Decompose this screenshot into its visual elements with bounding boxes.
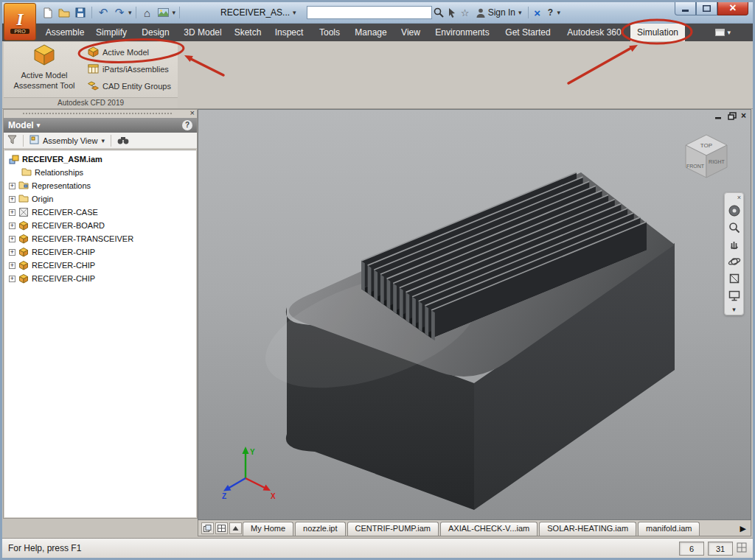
- look-at-icon[interactable]: [728, 272, 741, 285]
- view-selector-dropdown-icon[interactable]: ▾: [101, 137, 105, 144]
- tree-item-receiver-chip-1[interactable]: + RECEIVER-CHIP: [4, 245, 196, 259]
- expand-icon[interactable]: +: [9, 196, 15, 203]
- ribbon-tab-bar: Assemble Simplify Design 3D Model Sketch…: [2, 24, 753, 41]
- doc-tab-my-home[interactable]: My Home: [243, 522, 293, 536]
- arrange-windows-icon[interactable]: [201, 522, 214, 534]
- select-tool-icon[interactable]: [445, 6, 459, 19]
- ribbon-tab-tools[interactable]: Tools: [312, 24, 347, 41]
- view-cube[interactable]: TOP FRONT RIGHT: [678, 129, 734, 185]
- expand-icon[interactable]: +: [9, 209, 15, 216]
- navigation-wheel-icon[interactable]: [728, 204, 741, 217]
- active-model-assessment-tool-button[interactable]: Active Model Assessment Tool: [7, 43, 82, 97]
- render-button[interactable]: [156, 5, 171, 20]
- redo-dropdown-icon[interactable]: ▾: [128, 9, 132, 16]
- pan-icon[interactable]: [728, 238, 741, 251]
- viewcube-right-face[interactable]: RIGHT: [709, 159, 726, 164]
- ribbon-display-toggle[interactable]: ▾: [715, 24, 731, 41]
- tree-item-receiver-board[interactable]: + RECEIVER-BOARD: [4, 219, 196, 232]
- viewcube-front-face[interactable]: FRONT: [686, 164, 705, 169]
- browser-title-dropdown-icon[interactable]: ▾: [37, 122, 41, 129]
- graphics-viewport[interactable]: × TOP FRONT RIGHT × ▾: [198, 109, 751, 520]
- screen-fit-icon[interactable]: [728, 289, 741, 302]
- sign-in-button[interactable]: Sign In ▾: [476, 7, 522, 18]
- ribbon-tab-simplify[interactable]: Simplify: [90, 24, 133, 41]
- zoom-icon[interactable]: [728, 221, 741, 234]
- cfd-panel-title[interactable]: Autodesk CFD 2019: [4, 97, 178, 108]
- undo-button[interactable]: ↶: [96, 5, 111, 20]
- tree-item-origin[interactable]: + Origin: [4, 192, 196, 206]
- browser-close-icon[interactable]: ×: [190, 108, 195, 117]
- assembly-view-selector[interactable]: Assembly View: [43, 136, 97, 145]
- browser-help-icon[interactable]: ?: [182, 120, 192, 130]
- search-input[interactable]: [307, 6, 432, 19]
- ribbon-tab-3d-model[interactable]: 3D Model: [178, 24, 227, 41]
- minimize-button[interactable]: [675, 1, 696, 15]
- doc-tab-nozzle[interactable]: nozzle.ipt: [295, 522, 345, 536]
- navbar-more-icon[interactable]: ▾: [732, 306, 736, 313]
- qat-dropdown-icon[interactable]: ▾: [173, 9, 176, 16]
- ribbon-tab-assemble[interactable]: Assemble: [42, 24, 88, 41]
- viewcube-top-face[interactable]: TOP: [700, 142, 712, 149]
- tree-item-relationships[interactable]: Relationships: [4, 166, 196, 179]
- doc-restore-icon[interactable]: [728, 112, 737, 120]
- inventor-logo: I: [16, 10, 23, 28]
- orbit-icon[interactable]: [728, 255, 741, 268]
- maximize-button[interactable]: [696, 1, 717, 15]
- expand-icon[interactable]: +: [9, 183, 15, 189]
- expand-icon[interactable]: +: [9, 249, 15, 256]
- ribbon-tab-view[interactable]: View: [394, 24, 427, 41]
- browser-header[interactable]: Model ▾ ?: [4, 118, 197, 133]
- cad-entity-groups-button[interactable]: CAD Entity Groups: [85, 77, 176, 94]
- ribbon-tab-autodesk-360[interactable]: Autodesk 360: [560, 24, 628, 41]
- doc-tab-solar-heating[interactable]: SOLAR-HEATING.iam: [539, 522, 636, 536]
- expand-tabs-icon[interactable]: [229, 522, 242, 534]
- new-file-button[interactable]: [41, 5, 55, 20]
- redo-button[interactable]: ↷: [112, 5, 127, 20]
- close-button[interactable]: ×: [717, 1, 748, 15]
- ribbon-tab-design[interactable]: Design: [135, 24, 176, 41]
- drag-handle-icon[interactable]: [23, 113, 172, 114]
- active-model-button[interactable]: Active Model: [85, 43, 176, 60]
- ribbon-tab-simulation[interactable]: Simulation: [630, 24, 685, 41]
- tree-item-representations[interactable]: + Representations: [4, 179, 196, 192]
- next-tab-arrow-icon[interactable]: ▶: [740, 521, 746, 536]
- expand-icon[interactable]: +: [9, 223, 15, 229]
- expand-icon[interactable]: +: [9, 236, 15, 242]
- browser-grip[interactable]: ×: [4, 110, 197, 118]
- status-grid-icon[interactable]: [737, 542, 747, 555]
- exchange-apps-icon[interactable]: ×: [531, 6, 544, 19]
- navbar-close-icon[interactable]: ×: [737, 195, 741, 200]
- iparts-iassemblies-button[interactable]: iParts/iAssemblies: [85, 60, 176, 77]
- tree-item-receiver-chip-2[interactable]: + RECEIVER-CHIP: [4, 259, 196, 272]
- expand-icon[interactable]: +: [9, 276, 15, 282]
- ribbon-tab-sketch[interactable]: Sketch: [229, 24, 266, 41]
- tree-item-receiver-case[interactable]: + RECEIVER-CASE: [4, 206, 196, 219]
- ribbon-tab-manage[interactable]: Manage: [349, 24, 392, 41]
- ribbon-tab-environments[interactable]: Environments: [429, 24, 495, 41]
- search-icon[interactable]: [432, 6, 445, 19]
- ribbon-tab-get-started[interactable]: Get Started: [498, 24, 558, 41]
- tree-item-assembly-root[interactable]: RECEIVER_ASM.iam: [4, 153, 196, 166]
- filter-icon[interactable]: [7, 135, 17, 146]
- assembly-view-icon[interactable]: [29, 135, 39, 146]
- doc-minimize-icon[interactable]: [714, 112, 723, 120]
- tree-item-receiver-chip-3[interactable]: + RECEIVER-CHIP: [4, 272, 196, 285]
- open-file-button[interactable]: [57, 5, 72, 20]
- doc-close-icon[interactable]: ×: [741, 112, 746, 120]
- save-button[interactable]: [73, 5, 88, 20]
- doc-tab-centrif-pump[interactable]: CENTRIF-PUMP.iam: [347, 522, 439, 536]
- help-button[interactable]: ?: [544, 6, 557, 19]
- doc-tab-manifold[interactable]: manifold.iam: [638, 522, 700, 536]
- expand-icon[interactable]: +: [9, 262, 15, 269]
- favorites-star-icon[interactable]: ☆: [459, 6, 472, 19]
- tile-windows-icon[interactable]: [215, 522, 228, 534]
- application-menu-button[interactable]: I PRO: [4, 3, 36, 41]
- sign-in-dropdown-icon[interactable]: ▾: [518, 9, 522, 16]
- help-dropdown-icon[interactable]: ▾: [557, 9, 561, 16]
- ribbon-tab-inspect[interactable]: Inspect: [268, 24, 310, 41]
- home-button[interactable]: ⌂: [140, 5, 155, 20]
- tree-item-receiver-transceiver[interactable]: + RECEIVER-TRANSCEIVER: [4, 232, 196, 245]
- search-binoculars-icon[interactable]: [117, 136, 129, 146]
- doc-tab-axial-check-valve[interactable]: AXIAL-CHECK-V...iam: [440, 522, 537, 536]
- doc-title-dropdown-icon[interactable]: ▾: [293, 9, 296, 16]
